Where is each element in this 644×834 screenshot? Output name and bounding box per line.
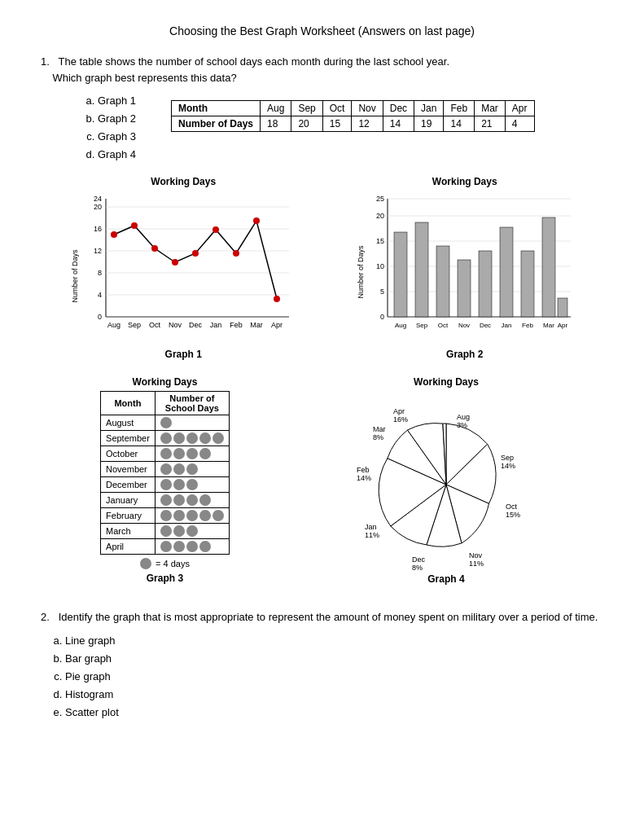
data-table: Month AugSep OctNov DecJan FebMar Apr Nu… [171,100,535,132]
q2-option-c: Pie graph [65,668,603,686]
svg-text:12: 12 [94,247,102,255]
svg-text:5: 5 [380,288,384,296]
legend-dot [140,558,151,569]
graph4-title: Working Days [414,376,479,388]
days-label: Number of Days [172,116,261,132]
graph2-svg: Number of Days 0 5 10 15 20 25 [355,191,575,345]
picto-row-dec: December [101,477,230,493]
graph4-svg: Aug 3% Sep 14% Oct 15% Nov 11% Dec 8% Ja… [348,391,544,570]
q2-options: Line graph Bar graph Pie graph Histogram… [41,632,603,722]
svg-text:Dec: Dec [480,322,491,329]
picto-table: Month Number ofSchool Days August Septem… [100,391,230,555]
picto-row-apr: April [101,539,230,555]
svg-text:Jan: Jan [365,523,377,531]
svg-text:14%: 14% [501,462,515,470]
picto-row-sep: September [101,431,230,446]
svg-rect-49 [394,232,407,317]
svg-text:25: 25 [376,195,384,203]
svg-rect-55 [521,251,534,317]
q2-option-e: Scatter plot [65,704,603,722]
svg-point-28 [172,259,178,266]
svg-text:Aug: Aug [395,322,406,329]
picto-row-feb: February [101,508,230,524]
svg-text:11%: 11% [469,560,484,568]
picto-row-oct: October [101,446,230,462]
svg-text:Apr: Apr [271,321,283,329]
svg-text:Aug: Aug [457,413,470,421]
graph4-label: Graph 4 [427,573,464,585]
svg-point-32 [253,217,260,224]
svg-text:Apr: Apr [558,322,568,329]
q1-option-b: Graph 2 [98,110,147,128]
svg-point-30 [212,226,219,233]
q1-text2: Which graph best represents this data? [52,72,236,84]
svg-text:8%: 8% [412,564,423,570]
svg-text:4: 4 [98,291,102,299]
svg-text:15: 15 [376,237,384,245]
svg-text:Number of Days: Number of Days [357,245,365,299]
graph2-block: Working Days Number of Days 0 5 10 15 [355,176,575,360]
question-1: 1. The table shows the number of school … [41,54,603,585]
graph4-block: Working Days [348,376,544,585]
picto-row-nov: November [101,462,230,477]
q2-option-a: Line graph [65,632,603,650]
svg-text:Feb: Feb [357,466,370,474]
svg-rect-54 [500,227,513,317]
svg-text:Sep: Sep [501,454,514,462]
svg-text:Mar: Mar [373,425,386,433]
svg-text:Sep: Sep [128,321,141,329]
picto-row-aug: August [101,415,230,431]
q2-text: Identify the graph that is most appropri… [59,611,598,623]
svg-text:14%: 14% [357,474,371,482]
q1-option-d: Graph 4 [98,146,147,164]
svg-text:Sep: Sep [416,322,428,329]
svg-text:0: 0 [380,313,384,321]
svg-text:Feb: Feb [522,322,533,329]
svg-text:Oct: Oct [506,503,518,511]
q1-number: 1. [41,55,55,68]
svg-text:Dec: Dec [189,321,203,329]
q1-options: Graph 1 Graph 2 Graph 3 Graph 4 [73,92,147,164]
svg-text:Number of Days: Number of Days [71,249,79,303]
svg-text:Jan: Jan [501,322,511,329]
graph1-block: Working Days Number of Days 0 4 8 12 [69,176,297,360]
svg-text:Dec: Dec [412,555,426,564]
svg-text:20: 20 [94,203,102,211]
graph1-svg: Number of Days 0 4 8 12 16 20 24 [69,191,297,345]
svg-point-26 [131,222,138,229]
svg-text:Apr: Apr [393,407,405,415]
svg-text:0: 0 [98,313,102,321]
q1-option-c: Graph 3 [98,128,147,146]
svg-text:Feb: Feb [230,321,243,329]
svg-rect-51 [436,246,449,317]
svg-text:Aug: Aug [107,321,120,329]
svg-text:8: 8 [98,269,102,277]
svg-text:11%: 11% [365,531,379,539]
svg-rect-66 [558,298,567,317]
svg-text:3%: 3% [457,421,467,429]
svg-point-27 [151,245,158,252]
svg-text:24: 24 [94,195,102,203]
svg-text:Oct: Oct [438,322,449,329]
svg-text:Nov: Nov [469,551,483,560]
svg-text:15%: 15% [506,511,520,519]
q2-option-b: Bar graph [65,650,603,668]
month-label: Month [172,101,261,116]
q1-text: The table shows the number of school day… [58,55,449,68]
svg-text:16: 16 [94,225,102,233]
svg-text:Mar: Mar [543,322,554,329]
svg-text:Nov: Nov [458,322,470,329]
page-title: Choosing the Best Graph Worksheet (Answe… [41,24,603,37]
legend-text: = 4 days [156,559,190,568]
graph3-label: Graph 3 [147,573,183,584]
svg-text:10: 10 [376,262,384,270]
dot-legend: = 4 days [140,558,190,569]
data-table-area: Month AugSep OctNov DecJan FebMar Apr Nu… [171,97,535,135]
svg-text:16%: 16% [393,415,408,424]
svg-point-33 [274,296,280,302]
svg-text:Jan: Jan [210,321,222,329]
svg-rect-52 [458,260,471,317]
q1-option-a: Graph 1 [98,92,147,110]
svg-rect-56 [542,217,555,317]
graph2-label: Graph 2 [446,349,483,360]
